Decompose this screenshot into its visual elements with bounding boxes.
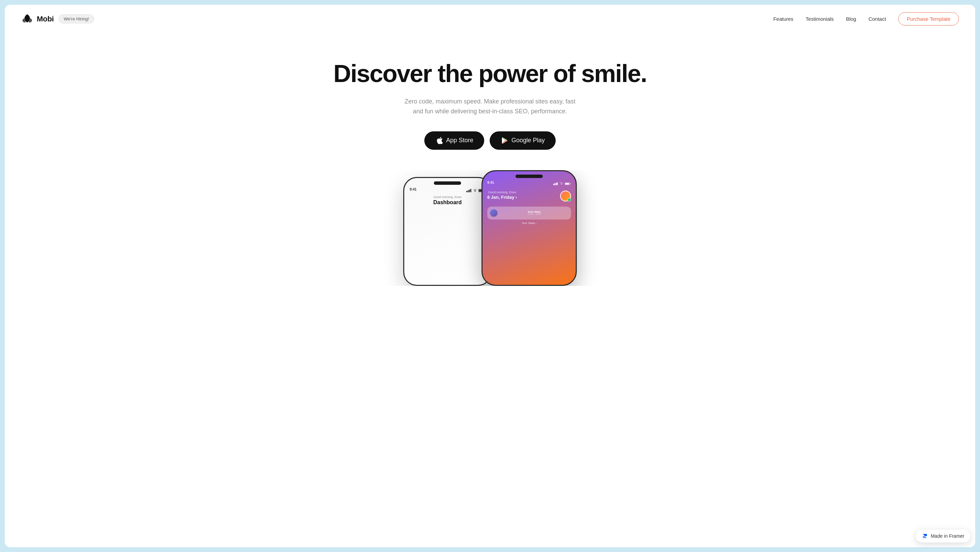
svg-rect-6 — [553, 184, 554, 185]
phone-status-bar-left: 9:41 — [410, 188, 485, 194]
nav-link-testimonials[interactable]: Testimonials — [806, 16, 834, 22]
phones-section: 9:41 — [21, 170, 959, 286]
phone-mockup-right: 9:41 — [482, 170, 577, 286]
svg-rect-1 — [468, 190, 469, 192]
phone-dashboard-title: Dashboard — [410, 199, 485, 205]
svg-rect-2 — [469, 189, 470, 192]
phone-card-avatar — [490, 209, 498, 217]
framer-logo-icon — [922, 533, 928, 539]
svg-rect-9 — [557, 182, 558, 185]
app-store-button[interactable]: App Store — [424, 131, 484, 150]
apple-icon — [435, 137, 443, 144]
navbar-left: Mobi We're Hiring! — [21, 13, 94, 25]
svg-rect-8 — [556, 183, 557, 185]
main-container: Mobi We're Hiring! Features Testimonials… — [5, 5, 975, 547]
app-store-label: App Store — [446, 137, 473, 144]
page-wrapper: Mobi We're Hiring! Features Testimonials… — [0, 0, 980, 552]
phone-notch-left — [434, 181, 461, 185]
phone-screen-left: 9:41 — [404, 178, 491, 285]
play-icon — [501, 137, 508, 144]
phone-card-name: Enes Aktas — [500, 211, 568, 213]
phone-greeting-left: Good morning, Enes — [410, 195, 485, 199]
cta-buttons: App Store Google Play — [21, 131, 959, 150]
phone-mockup-left: 9:41 — [403, 177, 492, 286]
nav-link-features[interactable]: Features — [773, 16, 793, 22]
logo-text: Mobi — [37, 14, 54, 24]
phone-greeting-right: Good morning, Enes — [488, 191, 516, 194]
phone-tasks-label: Your Tasks › — [487, 221, 571, 224]
phone-screen-right: 9:41 — [482, 171, 576, 285]
phone-time-left: 9:41 — [410, 188, 417, 191]
svg-rect-11 — [565, 183, 569, 185]
phone-event-card: Enes Aktas 11:30 — 12:00 — [487, 207, 571, 220]
google-play-label: Google Play — [511, 137, 545, 144]
nav-link-contact[interactable]: Contact — [869, 16, 886, 22]
hero-section: Discover the power of smile. Zero code, … — [5, 33, 975, 299]
hero-subtitle: Zero code, maximum speed. Make professio… — [401, 97, 579, 116]
svg-rect-7 — [555, 183, 556, 186]
navbar: Mobi We're Hiring! Features Testimonials… — [5, 5, 975, 33]
phone-avatar — [560, 191, 571, 202]
phone-card-text: Enes Aktas 11:30 — 12:00 — [500, 211, 568, 215]
svg-rect-0 — [466, 191, 467, 192]
phone-notch-right — [515, 175, 543, 178]
google-play-button[interactable]: Google Play — [490, 131, 556, 150]
phone-date: 6 Jan, Friday › — [487, 195, 517, 200]
svg-rect-3 — [470, 189, 471, 192]
nav-link-blog[interactable]: Blog — [846, 16, 856, 22]
hero-title: Discover the power of smile. — [21, 60, 959, 87]
framer-badge-label: Made in Framer — [931, 533, 964, 539]
purchase-template-button[interactable]: Purchase Template — [898, 12, 959, 25]
phone-time-right: 9:41 — [487, 181, 494, 185]
framer-badge[interactable]: Made in Framer — [916, 530, 970, 542]
navbar-right: Features Testimonials Blog Contact Purch… — [773, 12, 959, 25]
phone-card-time: 11:30 — 12:00 — [500, 213, 568, 215]
hiring-badge[interactable]: We're Hiring! — [59, 14, 94, 24]
logo-icon — [21, 13, 33, 25]
phone-status-bar-right: 9:41 — [487, 181, 571, 187]
logo-container[interactable]: Mobi — [21, 13, 54, 25]
